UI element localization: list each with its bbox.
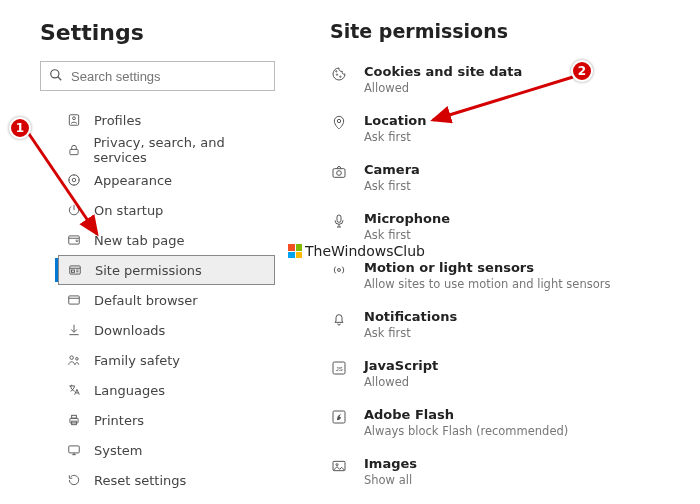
- camera-icon: [330, 163, 348, 181]
- svg-rect-21: [69, 446, 80, 453]
- settings-sidebar: Settings Profiles Privacy, search, and s…: [0, 0, 300, 504]
- svg-rect-19: [72, 415, 77, 418]
- svg-point-6: [72, 178, 76, 182]
- perm-cookies[interactable]: Cookies and site data Allowed: [330, 64, 680, 95]
- perm-sub: Allowed: [364, 375, 438, 389]
- sidebar-item-privacy[interactable]: Privacy, search, and services: [58, 135, 275, 165]
- svg-point-26: [340, 76, 341, 77]
- svg-point-27: [336, 71, 337, 72]
- sidebar-item-label: Family safety: [94, 353, 180, 368]
- perm-camera[interactable]: Camera Ask first: [330, 162, 680, 193]
- sidebar-item-label: Profiles: [94, 113, 141, 128]
- perm-label: Location: [364, 113, 427, 128]
- perm-sub: Always block Flash (recommended): [364, 424, 568, 438]
- svg-rect-31: [337, 215, 341, 222]
- image-icon: [330, 457, 348, 475]
- svg-rect-11: [72, 270, 75, 272]
- search-input[interactable]: [63, 69, 266, 84]
- perm-label: Cookies and site data: [364, 64, 522, 79]
- svg-rect-29: [333, 169, 345, 178]
- javascript-icon: JS: [330, 359, 348, 377]
- cookie-icon: [330, 65, 348, 83]
- perm-sub: Ask first: [364, 228, 450, 242]
- sidebar-item-label: Languages: [94, 383, 165, 398]
- motion-icon: [330, 261, 348, 279]
- perm-microphone[interactable]: Microphone Ask first: [330, 211, 680, 242]
- perm-sub: Ask first: [364, 130, 427, 144]
- sidebar-item-sitepermissions[interactable]: Site permissions: [58, 255, 275, 285]
- flash-icon: [330, 408, 348, 426]
- perm-sub: Ask first: [364, 326, 457, 340]
- sidebar-item-label: Appearance: [94, 173, 172, 188]
- perm-location[interactable]: Location Ask first: [330, 113, 680, 144]
- printer-icon: [66, 412, 82, 428]
- perm-label: Motion or light sensors: [364, 260, 610, 275]
- sidebar-item-languages[interactable]: Languages: [58, 375, 275, 405]
- perm-sub: Allow sites to use motion and light sens…: [364, 277, 610, 291]
- windows-logo-icon: [288, 244, 302, 258]
- watermark-text: TheWindowsClub: [305, 243, 425, 259]
- search-settings-box[interactable]: [40, 61, 275, 91]
- sidebar-item-newtabpage[interactable]: New tab page: [58, 225, 275, 255]
- perm-sub: Ask first: [364, 179, 420, 193]
- sidebar-item-printers[interactable]: Printers: [58, 405, 275, 435]
- settings-title: Settings: [40, 20, 275, 45]
- family-icon: [66, 352, 82, 368]
- sidebar-item-label: Printers: [94, 413, 144, 428]
- svg-point-32: [338, 269, 341, 272]
- sidebar-item-familysafety[interactable]: Family safety: [58, 345, 275, 375]
- perm-javascript[interactable]: JS JavaScript Allowed: [330, 358, 680, 389]
- profile-icon: [66, 112, 82, 128]
- settings-nav: Profiles Privacy, search, and services A…: [40, 105, 275, 504]
- svg-point-25: [336, 74, 337, 75]
- sidebar-item-downloads[interactable]: Downloads: [58, 315, 275, 345]
- annotation-badge-2: 2: [571, 60, 593, 82]
- perm-label: JavaScript: [364, 358, 438, 373]
- microphone-icon: [330, 212, 348, 230]
- perm-label: Notifications: [364, 309, 457, 324]
- download-icon: [66, 322, 82, 338]
- svg-point-30: [337, 171, 342, 176]
- perm-motion[interactable]: Motion or light sensors Allow sites to u…: [330, 260, 680, 291]
- sidebar-item-onstartup[interactable]: On startup: [58, 195, 275, 225]
- language-icon: [66, 382, 82, 398]
- sidebar-item-label: Privacy, search, and services: [93, 135, 275, 165]
- svg-point-16: [70, 356, 74, 360]
- svg-rect-14: [69, 296, 80, 304]
- newtab-icon: [66, 232, 82, 248]
- svg-point-3: [73, 117, 76, 120]
- sidebar-item-resetsettings[interactable]: Reset settings: [58, 465, 275, 495]
- watermark: TheWindowsClub: [288, 243, 425, 259]
- perm-notifications[interactable]: Notifications Ask first: [330, 309, 680, 340]
- browser-icon: [66, 292, 82, 308]
- sidebar-item-defaultbrowser[interactable]: Default browser: [58, 285, 275, 315]
- reset-icon: [66, 472, 82, 488]
- svg-rect-4: [70, 149, 78, 154]
- sidebar-item-label: New tab page: [94, 233, 184, 248]
- svg-rect-18: [70, 418, 78, 423]
- sidebar-item-system[interactable]: System: [58, 435, 275, 465]
- permissions-list: Cookies and site data Allowed Location A…: [330, 64, 680, 487]
- sidebar-item-appearance[interactable]: Appearance: [58, 165, 275, 195]
- sidebar-item-label: Reset settings: [94, 473, 186, 488]
- permissions-icon: [67, 262, 83, 278]
- system-icon: [66, 442, 82, 458]
- perm-label: Adobe Flash: [364, 407, 568, 422]
- sidebar-item-phone[interactable]: Phone and other devices: [58, 495, 275, 504]
- perm-label: Images: [364, 456, 417, 471]
- perm-images[interactable]: Images Show all: [330, 456, 680, 487]
- sidebar-item-label: System: [94, 443, 142, 458]
- sidebar-item-label: Site permissions: [95, 263, 202, 278]
- perm-sub: Allowed: [364, 81, 522, 95]
- power-icon: [66, 202, 82, 218]
- svg-text:JS: JS: [336, 366, 343, 372]
- perm-adobeflash[interactable]: Adobe Flash Always block Flash (recommen…: [330, 407, 680, 438]
- location-icon: [330, 114, 348, 132]
- svg-point-28: [337, 119, 340, 122]
- svg-rect-7: [69, 236, 80, 244]
- svg-point-17: [76, 358, 79, 361]
- sidebar-item-label: Default browser: [94, 293, 198, 308]
- perm-label: Camera: [364, 162, 420, 177]
- svg-point-0: [51, 69, 59, 77]
- sidebar-item-profiles[interactable]: Profiles: [58, 105, 275, 135]
